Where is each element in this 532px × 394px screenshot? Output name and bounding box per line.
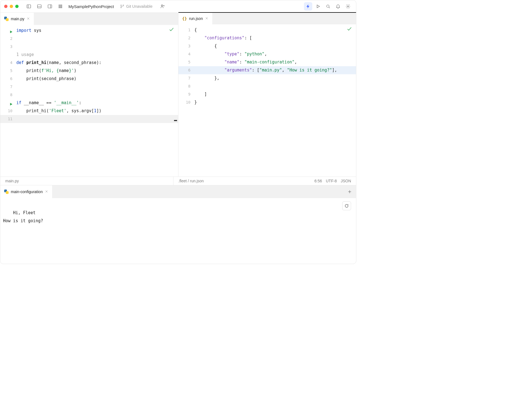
code-line[interactable]: 10} bbox=[178, 98, 356, 106]
right-panel-toggle-icon[interactable] bbox=[46, 2, 54, 11]
file-language[interactable]: JSON bbox=[341, 179, 351, 183]
close-tab-icon[interactable] bbox=[27, 17, 30, 21]
code-line[interactable]: 9if __name__ == '__main__': bbox=[0, 99, 178, 107]
file-encoding[interactable]: UTF-8 bbox=[326, 179, 337, 183]
line-number: 8 bbox=[178, 82, 195, 90]
breadcrumb-bar: main.py .fleet / run.json 6:56 UTF-8 JSO… bbox=[0, 176, 356, 185]
line-number: 10 bbox=[0, 107, 16, 115]
svg-marker-28 bbox=[10, 103, 12, 105]
code-line[interactable]: 9 ] bbox=[178, 90, 356, 98]
editor-left[interactable]: 1import sys231 usage4def print_hi(name, … bbox=[0, 25, 178, 176]
code-line[interactable]: 4 "type": "python", bbox=[178, 50, 356, 58]
line-number: 7 bbox=[178, 74, 195, 82]
run-tab-main-configuration[interactable]: main-configuration bbox=[0, 185, 52, 198]
add-run-tab-icon[interactable] bbox=[343, 185, 356, 198]
refresh-icon bbox=[344, 204, 349, 208]
code-line[interactable]: 1{ bbox=[178, 26, 356, 34]
run-gutter-icon[interactable] bbox=[9, 29, 13, 37]
svg-point-9 bbox=[59, 6, 59, 7]
code-line[interactable]: 10 print_hi('Fleet', sys.argv[1]) bbox=[0, 107, 178, 115]
line-number: 5 bbox=[178, 58, 195, 66]
tabstrip-right: {} run.json bbox=[178, 12, 356, 24]
settings-icon[interactable] bbox=[344, 2, 352, 11]
code-line[interactable]: 5 "name": "main-configuration", bbox=[178, 58, 356, 66]
smart-mode-icon[interactable] bbox=[304, 2, 312, 11]
code-content: ] bbox=[195, 90, 356, 98]
svg-point-10 bbox=[60, 6, 61, 7]
usage-hint[interactable]: 1 usage bbox=[16, 51, 178, 59]
code-line[interactable]: 8 bbox=[0, 91, 178, 99]
run-tabstrip: main-configuration bbox=[0, 185, 356, 198]
code-content: if __name__ == '__main__': bbox=[16, 99, 178, 107]
json-file-icon: {} bbox=[182, 16, 187, 21]
line-number: 6 bbox=[178, 66, 195, 74]
tab-label: run.json bbox=[189, 16, 203, 21]
editor-right[interactable]: 1{2 "configurations": [3 {4 "type": "pyt… bbox=[178, 24, 356, 176]
close-tab-icon[interactable] bbox=[205, 16, 208, 21]
code-line[interactable]: 7 }, bbox=[178, 74, 356, 82]
code-content: "type": "python", bbox=[195, 50, 356, 58]
code-line[interactable]: 3 { bbox=[178, 42, 356, 50]
line-number: 1 bbox=[178, 26, 195, 34]
close-run-tab-icon[interactable] bbox=[45, 190, 48, 194]
search-icon[interactable] bbox=[324, 2, 332, 11]
line-number: 4 bbox=[178, 50, 195, 58]
code-line[interactable]: 11 bbox=[0, 115, 178, 123]
code-content: } bbox=[195, 98, 356, 106]
svg-point-12 bbox=[59, 7, 59, 8]
code-line[interactable]: 2 bbox=[0, 35, 178, 43]
run-output-text: Hi, Fleet How is it going? bbox=[3, 210, 43, 223]
scrollbar-marker bbox=[174, 120, 177, 121]
minimize-window-button[interactable] bbox=[10, 5, 13, 8]
run-icon[interactable] bbox=[314, 2, 322, 11]
invite-collaborator-icon[interactable] bbox=[158, 2, 167, 11]
svg-marker-27 bbox=[10, 30, 12, 33]
tabstrip-left: main.py bbox=[0, 13, 178, 25]
code-line[interactable]: 3 bbox=[0, 43, 178, 51]
run-tab-label: main-configuration bbox=[11, 190, 43, 194]
git-branch-icon bbox=[120, 4, 124, 9]
breadcrumb-left[interactable]: main.py bbox=[5, 179, 19, 183]
run-tool-window: main-configuration Hi, Fleet How is it g… bbox=[0, 185, 356, 264]
line-number: 2 bbox=[0, 35, 16, 43]
run-gutter-icon[interactable] bbox=[9, 101, 13, 109]
code-content: }, bbox=[195, 74, 356, 82]
code-content: import sys bbox=[16, 27, 178, 35]
code-line[interactable]: 7 bbox=[0, 83, 178, 91]
line-number: 4 bbox=[0, 59, 16, 67]
code-content: { bbox=[195, 42, 356, 50]
cursor-position[interactable]: 6:56 bbox=[314, 179, 322, 183]
code-line[interactable]: 6 print(second_phrase) bbox=[0, 75, 178, 83]
code-line[interactable]: 8 bbox=[178, 82, 356, 90]
run-output[interactable]: Hi, Fleet How is it going? bbox=[0, 198, 356, 264]
python-file-icon bbox=[4, 17, 9, 21]
apps-grid-icon[interactable] bbox=[56, 2, 65, 11]
svg-point-7 bbox=[60, 5, 61, 5]
bottom-panel-toggle-icon[interactable] bbox=[35, 2, 44, 11]
line-number: 7 bbox=[0, 83, 16, 91]
rerun-button[interactable] bbox=[342, 201, 351, 210]
git-status[interactable]: Git Unavailable bbox=[120, 4, 152, 9]
close-window-button[interactable] bbox=[4, 5, 7, 8]
notifications-icon[interactable] bbox=[334, 2, 342, 11]
zoom-window-button[interactable] bbox=[15, 5, 19, 8]
tab-run-json[interactable]: {} run.json bbox=[178, 13, 213, 24]
code-line[interactable]: 5 print(f'Hi, {name}') bbox=[0, 67, 178, 75]
left-panel-toggle-icon[interactable] bbox=[25, 2, 33, 11]
code-line[interactable]: 4def print_hi(name, second_phrase): bbox=[0, 59, 178, 67]
code-content: print_hi('Fleet', sys.argv[1]) bbox=[16, 107, 178, 115]
code-line[interactable]: 2 "configurations": [ bbox=[178, 34, 356, 42]
tab-main-py[interactable]: main.py bbox=[0, 13, 34, 25]
line-number: 6 bbox=[0, 75, 16, 83]
line-number: 5 bbox=[0, 67, 16, 75]
line-number: 8 bbox=[0, 91, 16, 99]
svg-rect-4 bbox=[48, 5, 52, 8]
breadcrumb-right[interactable]: .fleet / run.json bbox=[178, 179, 204, 183]
svg-point-22 bbox=[327, 5, 329, 7]
svg-point-18 bbox=[161, 5, 163, 6]
svg-rect-2 bbox=[37, 5, 41, 8]
code-line[interactable]: 1import sys bbox=[0, 27, 178, 35]
code-line[interactable]: 6 "arguments": ["main.py", "How is it go… bbox=[178, 66, 356, 74]
line-number: 10 bbox=[178, 98, 195, 106]
inspection-ok-icon[interactable] bbox=[347, 26, 352, 32]
